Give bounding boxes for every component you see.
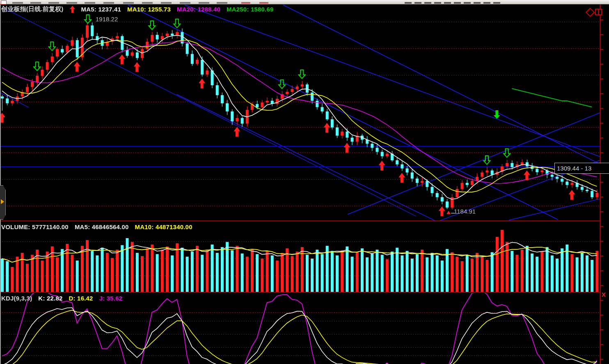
ma20-value: MA20: 1288.40 <box>177 6 220 13</box>
window-left-border <box>0 4 1 364</box>
ma250-value: MA250: 1580.69 <box>227 6 274 13</box>
trough-price-label: 1184.91 <box>454 208 476 215</box>
menu-text-clipped <box>414 2 421 4</box>
volume-ma5-value: MA5: 46846564.00 <box>75 223 129 230</box>
menu-text-clipped <box>444 2 451 4</box>
up-arrow-icon <box>70 6 75 13</box>
split-window-icon[interactable] <box>595 9 602 15</box>
menu-item-clipped <box>180 2 190 4</box>
menu-item-clipped <box>103 2 114 4</box>
menu-item-clipped <box>123 2 134 4</box>
menu-text-clipped <box>464 2 471 4</box>
kdj-k-value: K: 22.82 <box>38 295 62 302</box>
trading-app-window: 创业板指(日线.前复权) MA5: 1237.41 MA10: 1255.73 … <box>0 0 609 364</box>
volume-value: VOLUME: 57771140.00 <box>1 223 69 230</box>
chart-canvas[interactable] <box>0 0 609 364</box>
ma5-value: MA5: 1237.41 <box>81 6 121 13</box>
expand-arrow-icon <box>1 199 4 204</box>
ma10-value: MA10: 1255.73 <box>127 6 171 13</box>
menu-item-clipped <box>12 2 23 4</box>
peak-price-label: 1918.22 <box>96 16 118 23</box>
menu-bar[interactable] <box>0 0 609 5</box>
menu-item-clipped <box>85 2 95 4</box>
menu-text-clipped <box>434 2 441 4</box>
menu-text-clipped <box>424 2 431 4</box>
volume-pane-header: VOLUME: 57771140.00 MA5: 46846564.00 MA1… <box>1 223 192 230</box>
kdj-j-value: J: 35.62 <box>99 295 123 302</box>
menu-text-clipped <box>493 2 500 4</box>
menu-text-clipped <box>474 2 481 4</box>
kdj-name: KDJ(9,3,3) <box>1 295 32 302</box>
kdj-pane-header: KDJ(9,3,3) K: 22.82 D: 16.42 J: 35.62 <box>1 295 122 302</box>
instrument-title: 创业板指(日线.前复权) <box>1 5 64 13</box>
menu-item-clipped <box>30 2 41 4</box>
trendline-tooltip: 1309.44 - 13 <box>554 163 609 174</box>
app-icon <box>1 0 7 5</box>
menu-item-clipped <box>161 2 172 4</box>
menu-item-clipped <box>217 2 227 4</box>
menu-button-clipped <box>241 2 250 4</box>
menu-text-clipped <box>454 2 461 4</box>
sidebar-expand-tab[interactable] <box>0 185 6 220</box>
menu-item-clipped <box>142 2 153 4</box>
volume-ma10-value: MA10: 44871340.00 <box>135 223 192 230</box>
menu-item-clipped <box>199 2 209 4</box>
main-chart-header: 创业板指(日线.前复权) MA5: 1237.41 MA10: 1255.73 … <box>1 5 274 13</box>
menu-item-clipped <box>66 2 77 4</box>
menu-item-clipped <box>48 2 59 4</box>
menu-text-clipped <box>405 2 412 4</box>
menu-button-clipped <box>259 2 268 4</box>
close-indicator-button[interactable]: X <box>602 291 606 298</box>
kdj-d-value: D: 16.42 <box>69 295 93 302</box>
menu-text-clipped <box>483 2 490 4</box>
